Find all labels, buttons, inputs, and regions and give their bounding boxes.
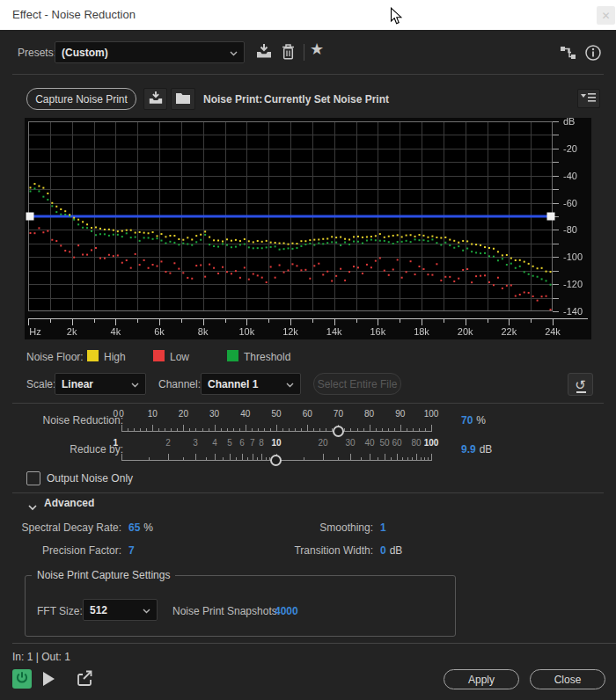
window-title: Effect - Noise Reduction [12,8,136,21]
divider [12,643,616,644]
noise-print-capture-settings-legend: Noise Print Capture Settings [32,569,175,581]
smoothing-label: Smoothing: [252,521,373,534]
scale-dropdown[interactable]: Linear [55,373,146,395]
fft-size-label: FFT Size: [37,605,83,617]
presets-value: (Custom) [62,47,108,59]
slider-tick-label: 50 [260,409,292,419]
channel-value: Channel 1 [208,378,258,390]
delete-preset-button[interactable] [281,43,296,62]
channel-dropdown[interactable]: Channel 1 [201,373,301,395]
advanced-toggle[interactable] [28,501,37,514]
load-noise-print-button[interactable] [171,88,195,110]
advanced-title: Advanced [44,497,94,509]
smoothing-value[interactable]: 1 [380,521,390,534]
noise-print-snapshots-label: Noise Print Snapshots: [172,605,280,617]
legend-low-label: Low [170,351,189,363]
fft-size-value: 512 [90,604,107,616]
apply-label: Apply [468,674,495,686]
info-icon [584,52,602,64]
chevron-down-icon [131,378,139,390]
noise-print-snapshots-value[interactable]: 4000 [275,605,298,617]
advanced-row-1: Spectral Decay Rate: 65% Smoothing: 1 [0,521,616,536]
capture-noise-print-button[interactable]: Capture Noise Print [26,88,136,110]
chevron-down-icon [230,47,238,59]
select-entire-file-button[interactable]: Select Entire File [313,373,401,395]
legend-high-swatch [87,350,99,361]
noise-floor-graph[interactable] [25,118,591,339]
precision-factor-label: Precision Factor: [0,544,121,557]
io-status: In: 1 | Out: 1 [12,651,70,663]
fft-size-dropdown[interactable]: 512 [83,599,158,621]
favorite-button[interactable]: ★ [310,40,324,59]
panel-menu-icon [581,91,597,106]
power-icon [15,671,29,688]
chevron-down-icon [286,378,294,390]
toolbar-separator [304,44,304,61]
save-noise-print-icon [148,91,164,108]
precision-factor-value[interactable]: 7 [128,544,138,557]
select-entire-file-label: Select Entire File [318,378,398,390]
trash-icon [281,50,296,62]
presets-label: Presets: [18,47,56,59]
noise-print-label: Noise Print: [203,93,262,106]
output-noise-only-label: Output Noise Only [47,472,133,485]
close-icon: ✕ [601,10,610,22]
reset-button[interactable]: ↺ [568,373,593,396]
star-icon: ★ [310,40,324,58]
output-noise-only-checkbox[interactable] [26,471,40,485]
mouse-cursor [390,7,403,28]
preview-play-button[interactable] [43,672,55,686]
play-icon [43,672,55,686]
reduce-by-slider: Reduce by: 1 9.9dB 234567810203040506080… [0,436,616,465]
reduce-by-min-label: 1 [92,438,118,448]
save-noise-print-button[interactable] [143,88,167,110]
close-window-button[interactable]: ✕ [597,6,615,25]
noise-print-value: Currently Set Noise Print [264,93,389,106]
slider-track[interactable] [121,420,432,432]
legend-threshold-label: Threshold [244,351,290,363]
slider-tick-label: 60 [291,409,323,419]
graph-options-button[interactable] [577,89,600,108]
advanced-row-2: Precision Factor: 7 Transition Width: 0d… [0,544,616,558]
loop-playback-button[interactable] [76,669,96,690]
capture-noise-print-label: Capture Noise Print [35,93,128,106]
effect-rack-button[interactable] [560,46,577,63]
folder-icon [175,91,191,107]
transition-width-value[interactable]: 0dB [380,544,402,557]
info-button[interactable] [584,44,602,64]
slider-tick-label: 90 [385,409,416,419]
save-preset-icon [255,50,273,62]
slider-tick-label: 70 [322,409,354,419]
legend-high-label: High [104,351,126,363]
slider-tick-label: 40 [230,409,261,419]
legend-low-swatch [153,350,165,361]
noise-reduction-dialog: Effect - Noise Reduction ✕ Presets: (Cus… [0,0,616,700]
divider [12,403,604,404]
slider-tick-label: 10 [136,409,168,419]
slider-tick-label: 0 [106,409,137,419]
chevron-down-icon [143,604,150,616]
legend-threshold-swatch [227,350,238,361]
apply-button[interactable]: Apply [444,669,519,689]
close-label: Close [554,674,582,686]
close-button[interactable]: Close [530,669,605,689]
spectral-decay-rate-value[interactable]: 65% [128,521,153,534]
slider-tick-label: 10 [260,438,292,448]
scale-label: Scale: [26,378,55,390]
reduce-by-value: 9.9dB [461,443,492,456]
channel-label: Channel: [158,378,201,390]
slider-tick-label: 20 [167,409,199,419]
slider-track[interactable] [121,449,432,461]
spectral-decay-rate-label: Spectral Decay Rate: [0,521,121,534]
noise-floor-legend-label: Noise Floor: [26,351,84,363]
slider-knob[interactable] [270,455,282,466]
loop-playback-icon [76,678,96,690]
reset-icon: ↺ [575,379,586,390]
scale-value: Linear [62,378,93,390]
noise-floor-graph-canvas[interactable] [25,118,591,339]
titlebar[interactable]: Effect - Noise Reduction ✕ [0,0,616,30]
presets-dropdown[interactable]: (Custom) [55,41,245,63]
effect-power-toggle[interactable] [12,669,32,689]
divider [12,74,604,75]
save-preset-button[interactable] [255,43,273,62]
